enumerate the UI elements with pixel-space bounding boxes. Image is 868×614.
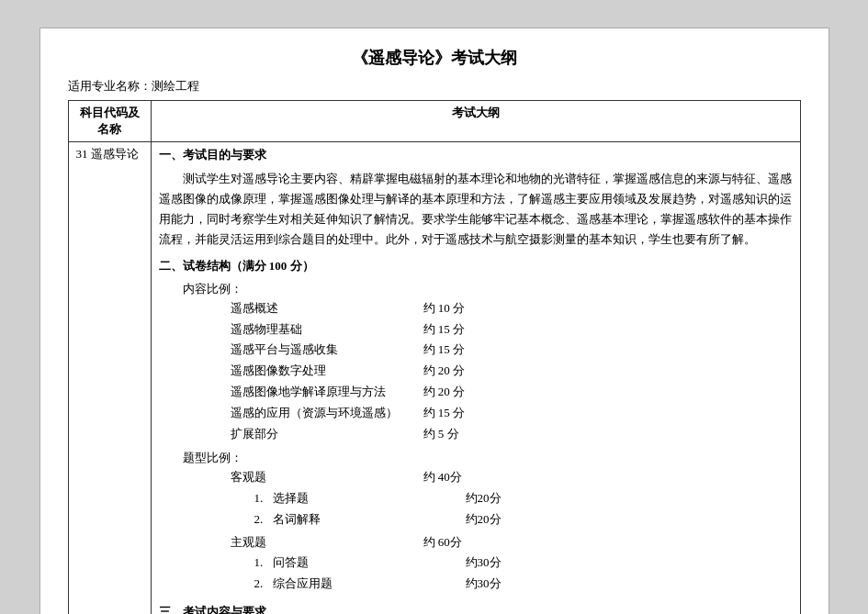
content-item-score: 约 15 分: [423, 340, 466, 360]
outline-content: 一、考试目的与要求 测试学生对遥感导论主要内容、精辟掌握电磁辐射的基本理论和地物…: [151, 142, 800, 615]
objective-item-label: 名词解释: [273, 510, 457, 530]
objective-item-score: 约20分: [466, 489, 502, 508]
objective-row: 客观题 约 40分: [231, 468, 793, 487]
content-item-label: 遥感物理基础: [231, 320, 414, 340]
section3-title: 三、考试内容与要求: [159, 603, 793, 614]
content-item: 遥感概述约 10 分: [231, 299, 793, 318]
content-item-score: 约 20 分: [423, 362, 466, 381]
content-item: 遥感的应用（资源与环境遥感）约 15 分: [231, 404, 793, 423]
subjective-item-label: 综合应用题: [273, 575, 457, 594]
content-item: 扩展部分约 5 分: [231, 425, 793, 444]
content-item-score: 约 20 分: [423, 383, 466, 402]
page-title: 《遥感导论》考试大纲: [68, 47, 801, 69]
header-col1: 科目代码及名称: [68, 101, 151, 142]
content-item-score: 约 5 分: [423, 425, 459, 444]
objective-items-list: 1.选择题约20分2.名词解释约20分: [254, 489, 793, 530]
content-item: 遥感物理基础约 15 分: [231, 320, 793, 340]
table-row: 31 遥感导论 一、考试目的与要求 测试学生对遥感导论主要内容、精辟掌握电磁辐射…: [68, 142, 800, 615]
subjective-section: 主观题 约 60分 1.问答题约30分2.综合应用题约30分: [231, 533, 793, 594]
question-ratio-section: 题型比例： 客观题 约 40分 1.选择题约20分2.名词解释约20分: [183, 449, 793, 594]
content-item-score: 约 10 分: [423, 299, 466, 318]
content-item-score: 约 15 分: [423, 320, 466, 340]
subjective-row: 主观题 约 60分: [231, 533, 793, 553]
section1-body: 测试学生对遥感导论主要内容、精辟掌握电磁辐射的基本理论和地物的光谱特征，掌握遥感…: [159, 169, 793, 250]
content-ratio-section: 内容比例： 遥感概述约 10 分遥感物理基础约 15 分遥感平台与遥感收集约 1…: [183, 280, 793, 443]
major-line: 适用专业名称：测绘工程: [68, 78, 801, 95]
content-item-label: 遥感平台与遥感收集: [231, 340, 414, 360]
content-item-score: 约 15 分: [423, 404, 466, 423]
objective-item: 2.名词解释约20分: [254, 510, 793, 530]
content-item: 遥感图像数字处理约 20 分: [231, 362, 793, 381]
objective-score: 约 40分: [423, 468, 462, 487]
content-item: 遥感平台与遥感收集约 15 分: [231, 340, 793, 360]
subjective-score: 约 60分: [423, 533, 462, 553]
main-table: 科目代码及名称 考试大纲 31 遥感导论 一、考试目的与要求 测试学生对遥感导论…: [68, 100, 801, 614]
content-item: 遥感图像地学解译原理与方法约 20 分: [231, 383, 793, 402]
content-items-list: 遥感概述约 10 分遥感物理基础约 15 分遥感平台与遥感收集约 15 分遥感图…: [231, 299, 793, 444]
section2-title: 二、试卷结构（满分 100 分）: [159, 257, 793, 276]
content-ratio-label: 内容比例：: [183, 280, 793, 299]
objective-section: 客观题 约 40分 1.选择题约20分2.名词解释约20分: [231, 468, 793, 529]
objective-item-score: 约20分: [466, 510, 502, 530]
subject-code: 31 遥感导论: [68, 142, 151, 615]
subjective-item-score: 约30分: [466, 553, 502, 573]
subjective-label: 主观题: [231, 533, 414, 553]
objective-item-label: 选择题: [273, 489, 457, 508]
content-item-label: 遥感图像地学解译原理与方法: [231, 383, 414, 402]
content-item-label: 扩展部分: [231, 425, 414, 444]
question-ratio-label: 题型比例：: [183, 449, 793, 468]
content-item-label: 遥感图像数字处理: [231, 362, 414, 381]
section1-title: 一、考试目的与要求: [159, 146, 793, 165]
content-item-label: 遥感概述: [231, 299, 414, 318]
subjective-item-score: 约30分: [466, 575, 502, 594]
subjective-items-list: 1.问答题约30分2.综合应用题约30分: [254, 553, 793, 594]
subjective-item: 2.综合应用题约30分: [254, 575, 793, 594]
objective-label: 客观题: [231, 468, 414, 487]
header-col2: 考试大纲: [151, 101, 800, 142]
subjective-item: 1.问答题约30分: [254, 553, 793, 573]
subjective-item-label: 问答题: [273, 553, 457, 573]
page-container: 《遥感导论》考试大纲 适用专业名称：测绘工程 科目代码及名称 考试大纲 31 遥…: [39, 28, 829, 614]
content-item-label: 遥感的应用（资源与环境遥感）: [231, 404, 414, 423]
objective-item: 1.选择题约20分: [254, 489, 793, 508]
